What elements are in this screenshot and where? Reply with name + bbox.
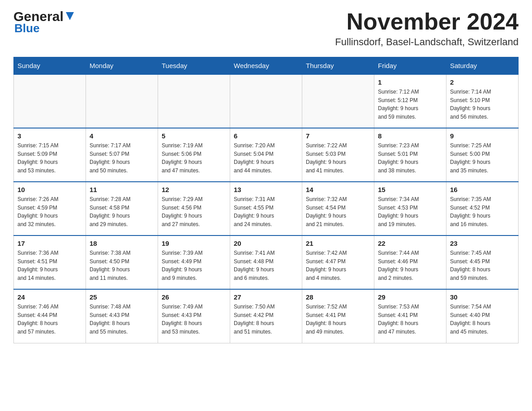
- day-info: Sunrise: 7:32 AM Sunset: 4:54 PM Dayligh…: [306, 195, 370, 228]
- day-info: Sunrise: 7:29 AM Sunset: 4:56 PM Dayligh…: [162, 195, 226, 228]
- day-info: Sunrise: 7:26 AM Sunset: 4:59 PM Dayligh…: [17, 195, 82, 228]
- calendar-cell: 8Sunrise: 7:23 AM Sunset: 5:01 PM Daylig…: [374, 128, 446, 182]
- calendar-cell: 9Sunrise: 7:25 AM Sunset: 5:00 PM Daylig…: [446, 128, 519, 182]
- day-info: Sunrise: 7:45 AM Sunset: 4:45 PM Dayligh…: [450, 249, 515, 282]
- day-number: 26: [162, 293, 226, 301]
- calendar-row-0: 1Sunrise: 7:12 AM Sunset: 5:12 PM Daylig…: [14, 74, 519, 128]
- calendar-row-3: 17Sunrise: 7:36 AM Sunset: 4:51 PM Dayli…: [14, 235, 519, 289]
- day-info: Sunrise: 7:36 AM Sunset: 4:51 PM Dayligh…: [17, 249, 82, 282]
- day-info: Sunrise: 7:28 AM Sunset: 4:58 PM Dayligh…: [90, 195, 154, 228]
- day-number: 27: [234, 293, 298, 301]
- calendar-cell: [158, 74, 230, 128]
- header-friday: Friday: [374, 57, 446, 75]
- day-number: 16: [450, 186, 515, 193]
- weekday-header-row: Sunday Monday Tuesday Wednesday Thursday…: [14, 57, 519, 75]
- calendar-cell: 14Sunrise: 7:32 AM Sunset: 4:54 PM Dayli…: [302, 182, 374, 235]
- calendar-cell: 25Sunrise: 7:48 AM Sunset: 4:43 PM Dayli…: [86, 289, 158, 343]
- day-number: 21: [306, 240, 370, 247]
- day-info: Sunrise: 7:20 AM Sunset: 5:04 PM Dayligh…: [234, 141, 298, 175]
- calendar-cell: 21Sunrise: 7:42 AM Sunset: 4:47 PM Dayli…: [302, 235, 374, 289]
- day-info: Sunrise: 7:38 AM Sunset: 4:50 PM Dayligh…: [90, 249, 154, 282]
- calendar-cell: [302, 74, 374, 128]
- day-number: 13: [234, 186, 298, 193]
- day-info: Sunrise: 7:14 AM Sunset: 5:10 PM Dayligh…: [450, 88, 515, 121]
- day-number: 29: [378, 293, 442, 301]
- day-number: 15: [378, 186, 442, 193]
- day-number: 3: [17, 132, 82, 140]
- day-number: 18: [90, 240, 154, 247]
- day-info: Sunrise: 7:44 AM Sunset: 4:46 PM Dayligh…: [378, 249, 442, 282]
- day-number: 12: [162, 186, 226, 193]
- header-sunday: Sunday: [14, 57, 86, 75]
- calendar-cell: 10Sunrise: 7:26 AM Sunset: 4:59 PM Dayli…: [14, 182, 86, 235]
- day-number: 7: [306, 132, 370, 140]
- calendar-cell: 1Sunrise: 7:12 AM Sunset: 5:12 PM Daylig…: [374, 74, 446, 128]
- day-number: 6: [234, 132, 298, 140]
- day-number: 1: [378, 78, 442, 86]
- calendar-cell: 12Sunrise: 7:29 AM Sunset: 4:56 PM Dayli…: [158, 182, 230, 235]
- day-number: 8: [378, 132, 442, 140]
- calendar-cell: 16Sunrise: 7:35 AM Sunset: 4:52 PM Dayli…: [446, 182, 519, 235]
- calendar-cell: [230, 74, 302, 128]
- header-tuesday: Tuesday: [158, 57, 230, 75]
- day-info: Sunrise: 7:19 AM Sunset: 5:06 PM Dayligh…: [162, 141, 226, 175]
- day-number: 24: [17, 293, 82, 301]
- logo: General Blue: [13, 9, 75, 35]
- day-info: Sunrise: 7:39 AM Sunset: 4:49 PM Dayligh…: [162, 249, 226, 282]
- page-header: General Blue November 2024 Fullinsdorf, …: [13, 9, 519, 48]
- day-info: Sunrise: 7:42 AM Sunset: 4:47 PM Dayligh…: [306, 249, 370, 282]
- logo-part2: Blue: [13, 21, 39, 35]
- calendar-cell: 24Sunrise: 7:46 AM Sunset: 4:44 PM Dayli…: [14, 289, 86, 343]
- calendar-row-2: 10Sunrise: 7:26 AM Sunset: 4:59 PM Dayli…: [14, 182, 519, 235]
- day-info: Sunrise: 7:34 AM Sunset: 4:53 PM Dayligh…: [378, 195, 442, 228]
- day-info: Sunrise: 7:35 AM Sunset: 4:52 PM Dayligh…: [450, 195, 515, 228]
- calendar-cell: 13Sunrise: 7:31 AM Sunset: 4:55 PM Dayli…: [230, 182, 302, 235]
- day-number: 19: [162, 240, 226, 247]
- day-number: 2: [450, 78, 515, 86]
- header-monday: Monday: [86, 57, 158, 75]
- day-number: 28: [306, 293, 370, 301]
- calendar-cell: 19Sunrise: 7:39 AM Sunset: 4:49 PM Dayli…: [158, 235, 230, 289]
- day-info: Sunrise: 7:49 AM Sunset: 4:43 PM Dayligh…: [162, 303, 226, 336]
- day-info: Sunrise: 7:53 AM Sunset: 4:41 PM Dayligh…: [378, 303, 442, 336]
- day-info: Sunrise: 7:54 AM Sunset: 4:40 PM Dayligh…: [450, 303, 515, 336]
- day-number: 22: [378, 240, 442, 247]
- calendar-cell: 28Sunrise: 7:52 AM Sunset: 4:41 PM Dayli…: [302, 289, 374, 343]
- calendar-cell: 3Sunrise: 7:15 AM Sunset: 5:09 PM Daylig…: [14, 128, 86, 182]
- calendar-cell: 5Sunrise: 7:19 AM Sunset: 5:06 PM Daylig…: [158, 128, 230, 182]
- title-area: November 2024 Fullinsdorf, Basel-Landsch…: [335, 9, 519, 48]
- calendar-row-1: 3Sunrise: 7:15 AM Sunset: 5:09 PM Daylig…: [14, 128, 519, 182]
- day-number: 4: [90, 132, 154, 140]
- day-info: Sunrise: 7:22 AM Sunset: 5:03 PM Dayligh…: [306, 141, 370, 175]
- calendar-cell: 22Sunrise: 7:44 AM Sunset: 4:46 PM Dayli…: [374, 235, 446, 289]
- calendar-cell: 18Sunrise: 7:38 AM Sunset: 4:50 PM Dayli…: [86, 235, 158, 289]
- header-wednesday: Wednesday: [230, 57, 302, 75]
- day-info: Sunrise: 7:15 AM Sunset: 5:09 PM Dayligh…: [17, 141, 82, 175]
- day-info: Sunrise: 7:41 AM Sunset: 4:48 PM Dayligh…: [234, 249, 298, 282]
- day-info: Sunrise: 7:17 AM Sunset: 5:07 PM Dayligh…: [90, 141, 154, 175]
- svg-marker-0: [66, 12, 74, 20]
- calendar-cell: 26Sunrise: 7:49 AM Sunset: 4:43 PM Dayli…: [158, 289, 230, 343]
- calendar-cell: 27Sunrise: 7:50 AM Sunset: 4:42 PM Dayli…: [230, 289, 302, 343]
- day-info: Sunrise: 7:50 AM Sunset: 4:42 PM Dayligh…: [234, 303, 298, 336]
- header-thursday: Thursday: [302, 57, 374, 75]
- day-number: 17: [17, 240, 82, 247]
- day-number: 25: [90, 293, 154, 301]
- calendar-cell: [14, 74, 86, 128]
- day-info: Sunrise: 7:12 AM Sunset: 5:12 PM Dayligh…: [378, 88, 442, 121]
- day-number: 20: [234, 240, 298, 247]
- day-number: 10: [17, 186, 82, 193]
- calendar-cell: 20Sunrise: 7:41 AM Sunset: 4:48 PM Dayli…: [230, 235, 302, 289]
- day-number: 23: [450, 240, 515, 247]
- header-saturday: Saturday: [446, 57, 519, 75]
- day-info: Sunrise: 7:46 AM Sunset: 4:44 PM Dayligh…: [17, 303, 82, 336]
- day-info: Sunrise: 7:48 AM Sunset: 4:43 PM Dayligh…: [90, 303, 154, 336]
- calendar-cell: 6Sunrise: 7:20 AM Sunset: 5:04 PM Daylig…: [230, 128, 302, 182]
- calendar-cell: 11Sunrise: 7:28 AM Sunset: 4:58 PM Dayli…: [86, 182, 158, 235]
- calendar-cell: [86, 74, 158, 128]
- day-number: 11: [90, 186, 154, 193]
- calendar-title: November 2024: [335, 9, 519, 34]
- day-number: 30: [450, 293, 515, 301]
- day-number: 5: [162, 132, 226, 140]
- calendar-cell: 7Sunrise: 7:22 AM Sunset: 5:03 PM Daylig…: [302, 128, 374, 182]
